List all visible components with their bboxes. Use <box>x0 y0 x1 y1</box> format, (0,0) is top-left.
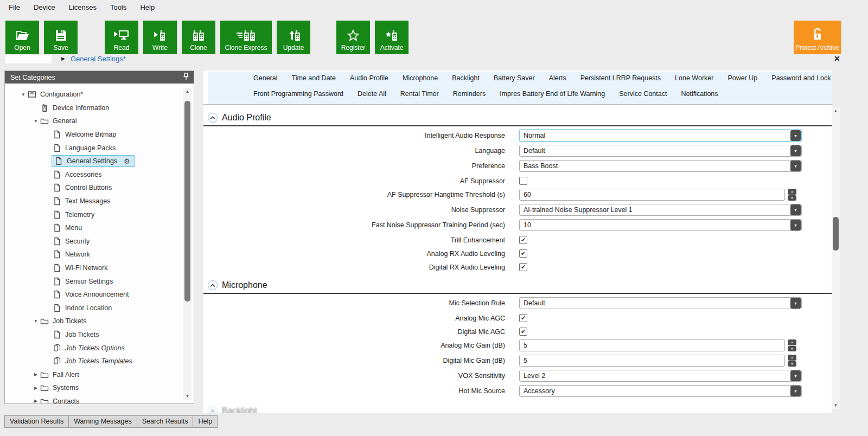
tree-item-telemetry[interactable]: Telemetry <box>5 208 194 221</box>
tree-item-language-packs[interactable]: Language Packs <box>5 141 194 155</box>
tree-expanded-icon[interactable]: ▼ <box>31 319 40 324</box>
collapse-section-icon[interactable] <box>208 280 218 290</box>
select-noise-suppressor[interactable]: AI-trained Noise Suppressor Level 1▼ <box>519 204 802 216</box>
section-link-alerts[interactable]: Alerts <box>549 74 566 82</box>
menu-item-file[interactable]: File <box>9 3 20 11</box>
input-analog-mic-gain-db-[interactable]: 5 <box>519 339 785 351</box>
section-link-general[interactable]: General <box>253 74 277 82</box>
tree-item-control-buttons[interactable]: Control Buttons <box>5 181 194 195</box>
tree-item-job-tickets-options[interactable]: Job Tickets Options <box>5 341 194 355</box>
tree-item-job-tickets-templates[interactable]: Job Tickets Templates <box>5 355 194 368</box>
menu-item-help[interactable]: Help <box>140 3 155 11</box>
update-button[interactable]: Update <box>277 21 310 54</box>
chevron-down-icon[interactable]: ▼ <box>790 298 801 309</box>
tree-item-job-tickets[interactable]: Job Tickets <box>5 328 194 342</box>
save-button[interactable]: Save <box>44 21 78 54</box>
section-link-notifications[interactable]: Notifications <box>681 90 718 98</box>
section-link-audio-profile[interactable]: Audio Profile <box>350 74 388 82</box>
select-language[interactable]: Default▼ <box>519 145 802 157</box>
chevron-down-icon[interactable]: ▼ <box>790 204 801 215</box>
chevron-down-icon[interactable]: ▼ <box>790 145 801 156</box>
checkbox-analog-rx-audio-leveling[interactable]: ✔ <box>519 249 527 258</box>
select-intelligent-audio-response[interactable]: Normal▼ <box>519 130 802 142</box>
tree-item-text-messages[interactable]: Text Messages <box>5 195 194 208</box>
main-scrollbar[interactable]: ▲ ▼ <box>832 107 840 409</box>
tree-item-voice-announcement[interactable]: Voice Announcement <box>5 288 194 302</box>
status-tab-search-results[interactable]: Search Results <box>137 415 194 428</box>
checkbox-digital-rx-audio-leveling[interactable]: ✔ <box>519 263 527 271</box>
spinner-down-icon[interactable]: ▼ <box>788 195 796 201</box>
clone-express-button[interactable]: Clone Express <box>220 21 272 54</box>
write-button[interactable]: Write <box>143 21 177 54</box>
input-digital-mic-gain-db-[interactable]: 5 <box>519 355 785 367</box>
spinner-down-icon[interactable]: ▼ <box>788 346 796 352</box>
tree-collapsed-icon[interactable]: ▶ <box>31 399 40 403</box>
input-af-suppressor-hangtime-threshold-s-[interactable]: 60 <box>519 189 785 201</box>
collapse-section-icon[interactable] <box>208 406 218 413</box>
tree-item-welcome-bitmap[interactable]: Welcome Bitmap <box>5 128 194 142</box>
section-link-rental-timer[interactable]: Rental Timer <box>400 90 439 98</box>
read-button[interactable]: Read <box>105 21 138 54</box>
tree-item-indoor-location[interactable]: Indoor Location <box>5 302 194 315</box>
scroll-down-icon[interactable]: ▼ <box>832 402 840 409</box>
select-mic-selection-rule[interactable]: Default▼ <box>519 297 802 309</box>
tree-item-general-settings[interactable]: General Settings⚙ <box>5 155 194 168</box>
select-fast-noise-suppressor-training-period-sec-[interactable]: 10▼ <box>519 219 802 231</box>
tree-item-contacts[interactable]: ▶Contacts <box>5 395 194 403</box>
protect-archive-button[interactable]: Protect Archive <box>794 21 841 54</box>
chevron-down-icon[interactable]: ▼ <box>790 386 801 396</box>
tree-item-configuration-[interactable]: ▼Configuration* <box>5 88 194 101</box>
tree-item-device-information[interactable]: Device Information <box>5 101 194 115</box>
section-link-impres-battery-end-of-life-warning[interactable]: Impres Battery End of Life Warning <box>500 90 605 98</box>
collapse-section-icon[interactable] <box>208 113 218 123</box>
tree-item-wi-fi-network[interactable]: Wi-Fi Network <box>5 261 194 275</box>
section-link-battery-saver[interactable]: Battery Saver <box>494 74 535 82</box>
spinner-up-icon[interactable]: ▲ <box>788 339 796 345</box>
spinner-down-icon[interactable]: ▼ <box>788 361 796 367</box>
select-vox-sensitivity[interactable]: Level 2▼ <box>519 370 802 382</box>
status-tab-warning-messages[interactable]: Warning Messages <box>69 415 137 428</box>
status-tab-validation-results[interactable]: Validation Results <box>4 415 69 428</box>
section-link-power-up[interactable]: Power Up <box>727 74 757 82</box>
checkbox-analog-mic-agc[interactable]: ✔ <box>519 314 527 322</box>
checkbox-digital-mic-agc[interactable]: ✔ <box>519 328 527 336</box>
sidebar-scrollbar-thumb[interactable] <box>184 101 190 302</box>
menu-item-licenses[interactable]: Licenses <box>69 3 97 11</box>
status-tab-help[interactable]: Help <box>193 415 218 428</box>
chevron-down-icon[interactable]: ▼ <box>790 161 801 171</box>
scroll-down-icon[interactable]: ▼ <box>183 393 192 400</box>
section-link-front-programming-password[interactable]: Front Programming Password <box>253 90 343 98</box>
section-link-password-and-lock[interactable]: Password and Lock <box>771 74 831 82</box>
register-button[interactable]: Register <box>336 21 370 54</box>
spinner-up-icon[interactable]: ▲ <box>788 355 796 361</box>
clone-button[interactable]: Clone <box>182 21 215 54</box>
chevron-down-icon[interactable]: ▼ <box>790 220 801 230</box>
gear-icon[interactable]: ⚙ <box>124 158 130 165</box>
menu-item-tools[interactable]: Tools <box>110 3 126 11</box>
checkbox-af-suppressor[interactable] <box>519 177 527 185</box>
tree-collapsed-icon[interactable]: ▶ <box>31 386 40 390</box>
tree-collapsed-icon[interactable]: ▶ <box>31 372 40 377</box>
section-link-service-contact[interactable]: Service Contact <box>619 90 667 98</box>
chevron-down-icon[interactable]: ▼ <box>790 370 801 381</box>
tree-item-sensor-settings[interactable]: Sensor Settings <box>5 274 194 288</box>
section-link-lone-worker[interactable]: Lone Worker <box>675 74 713 82</box>
scroll-up-icon[interactable]: ▲ <box>183 88 192 95</box>
breadcrumb[interactable]: General Settings* <box>71 55 126 63</box>
tree-expanded-icon[interactable]: ▼ <box>31 119 40 124</box>
spinner-up-icon[interactable]: ▲ <box>788 189 796 195</box>
pin-icon[interactable] <box>183 73 189 82</box>
checkbox-trill-enhancement[interactable]: ✔ <box>519 236 527 244</box>
tree-item-systems[interactable]: ▶Systems <box>5 381 194 395</box>
tree-item-security[interactable]: Security <box>5 235 194 248</box>
section-link-backlight[interactable]: Backlight <box>452 74 480 82</box>
tree-expanded-icon[interactable]: ▼ <box>19 92 28 97</box>
tree-item-menu[interactable]: Menu <box>5 221 194 235</box>
scroll-up-icon[interactable]: ▲ <box>832 107 840 115</box>
section-link-reminders[interactable]: Reminders <box>453 90 486 98</box>
section-link-microphone[interactable]: Microphone <box>403 74 438 82</box>
open-button[interactable]: Open <box>5 21 39 54</box>
menu-item-device[interactable]: Device <box>34 3 55 11</box>
section-link-time-and-date[interactable]: Time and Date <box>291 74 336 82</box>
tree-item-fall-alert[interactable]: ▶Fall Alert <box>5 368 194 381</box>
